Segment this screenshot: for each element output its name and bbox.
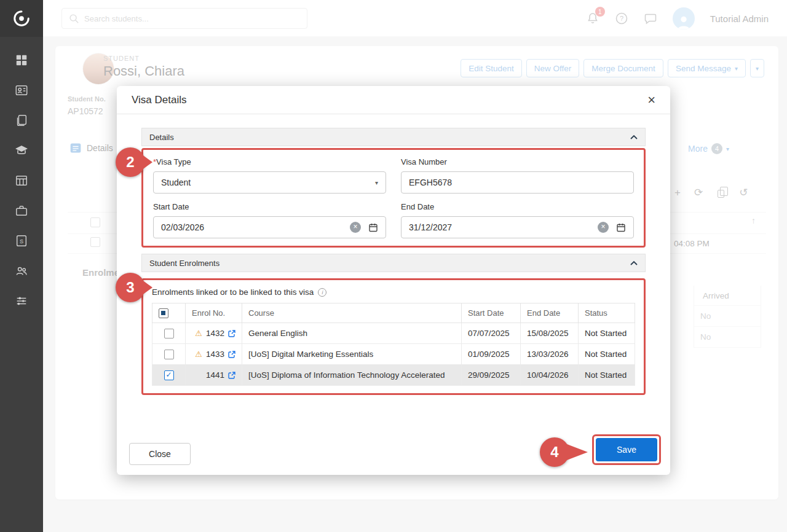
enrol-link[interactable]: ⚠1433 xyxy=(192,350,235,359)
visa-number-input[interactable] xyxy=(409,178,626,187)
cell-status: Not Started xyxy=(579,344,635,365)
date-picker-button[interactable] xyxy=(616,222,626,232)
calendar-icon xyxy=(616,222,626,232)
visa-type-select[interactable]: Student ▾ xyxy=(153,171,386,194)
calendar-icon xyxy=(368,222,378,232)
end-date-input[interactable] xyxy=(409,222,598,232)
clear-date-button[interactable]: × xyxy=(350,222,361,233)
enrolment-row[interactable]: ⚠1432 General English 07/07/2025 15/08/2… xyxy=(152,323,635,344)
screen: S 1 ? xyxy=(0,0,787,532)
cell-end-date: 15/08/2025 xyxy=(521,323,579,344)
modal-title: Visa Details xyxy=(132,94,186,106)
cell-course: [UoS] Digital Marketing Essentials xyxy=(242,344,462,365)
cell-course: General English xyxy=(242,323,462,344)
enrolments-caption: Enrolments linked or to be linked to thi… xyxy=(152,288,635,297)
annotation-box-step4: Save xyxy=(592,434,661,465)
end-date-field: End Date × xyxy=(401,202,634,238)
external-link-icon xyxy=(228,372,235,379)
chevron-up-icon xyxy=(630,260,638,265)
select-all-checkbox[interactable] xyxy=(159,308,168,318)
cell-status: Not Started xyxy=(579,365,635,386)
close-button[interactable]: Close xyxy=(129,443,191,465)
dashboard-icon xyxy=(15,53,28,67)
cell-end-date: 13/03/2026 xyxy=(521,344,579,365)
info-icon: i xyxy=(318,288,326,297)
row-checkbox[interactable] xyxy=(164,350,174,359)
column-header-course[interactable]: Course xyxy=(242,303,462,323)
date-picker-button[interactable] xyxy=(368,222,378,232)
visa-details-modal: Visa Details × Details *Visa Type Studen… xyxy=(117,86,670,475)
sidebar-item-settings[interactable] xyxy=(14,294,29,308)
annotation-step-2: 2 xyxy=(116,147,152,177)
save-button[interactable]: Save xyxy=(596,438,657,461)
column-header-start-date[interactable]: Start Date xyxy=(462,303,521,323)
modal-body: Details *Visa Type Student ▾ Visa Number xyxy=(117,114,670,395)
sidebar-item-documents[interactable] xyxy=(14,113,29,128)
warning-icon: ⚠ xyxy=(195,350,202,359)
graduation-cap-icon xyxy=(14,143,29,158)
visa-number-label: Visa Number xyxy=(401,157,634,166)
cell-status: Not Started xyxy=(579,323,635,344)
app-logo[interactable] xyxy=(0,0,43,37)
sidebar-item-courses[interactable] xyxy=(14,143,29,158)
enrolments-table: Enrol No. Course Start Date End Date Sta… xyxy=(152,303,635,386)
row-checkbox[interactable] xyxy=(164,329,174,338)
people-icon xyxy=(15,264,28,278)
annotation-arrow xyxy=(141,154,152,170)
svg-text:S: S xyxy=(20,238,23,244)
clear-date-button[interactable]: × xyxy=(598,222,609,233)
sidebar-item-subjects[interactable]: S xyxy=(14,233,29,248)
start-date-input[interactable] xyxy=(161,222,350,232)
column-header-end-date[interactable]: End Date xyxy=(521,303,579,323)
chevron-up-icon xyxy=(630,135,638,139)
annotation-arrow xyxy=(567,444,588,460)
enrolment-row[interactable]: ⚠1433 [UoS] Digital Marketing Essentials… xyxy=(152,344,635,365)
column-header-status[interactable]: Status xyxy=(579,303,635,323)
sliders-icon xyxy=(15,294,28,308)
sidebar-item-groups[interactable] xyxy=(14,264,29,278)
caret-down-icon: ▾ xyxy=(375,179,378,186)
cell-start-date: 01/09/2025 xyxy=(462,344,521,365)
sidebar-item-workspace[interactable] xyxy=(14,203,29,218)
warning-icon: ⚠ xyxy=(195,329,202,338)
cell-end-date: 10/04/2026 xyxy=(521,365,579,386)
external-link-icon xyxy=(228,351,235,358)
visa-type-field: *Visa Type Student ▾ xyxy=(153,157,386,194)
annotation-arrow xyxy=(141,280,152,295)
cell-course: [UoS] Diploma of Information Technology … xyxy=(242,365,462,386)
sidebar-item-contacts[interactable] xyxy=(14,83,29,98)
column-header-enrol-no[interactable]: Enrol No. xyxy=(186,303,242,323)
enrolment-row[interactable]: ⚠1441 [UoS] Diploma of Information Techn… xyxy=(152,365,635,386)
sidebar-item-tables[interactable] xyxy=(14,173,29,188)
modal-close-button[interactable]: × xyxy=(647,93,655,107)
visa-type-label: *Visa Type xyxy=(153,157,386,166)
briefcase-icon xyxy=(15,204,28,217)
table-icon xyxy=(15,174,28,187)
end-date-label: End Date xyxy=(401,202,634,211)
visa-number-field: Visa Number xyxy=(401,157,634,194)
enrol-link[interactable]: ⚠1432 xyxy=(192,329,235,338)
row-checkbox[interactable] xyxy=(164,370,174,380)
documents-icon xyxy=(15,114,28,127)
app-logo-icon xyxy=(12,9,31,28)
sidebar-nav: S xyxy=(0,37,43,308)
annotation-box-step3: Enrolments linked or to be linked to thi… xyxy=(141,278,646,395)
external-link-icon xyxy=(228,330,235,337)
start-date-label: Start Date xyxy=(153,202,386,211)
cell-start-date: 29/09/2025 xyxy=(462,365,521,386)
sidebar: S xyxy=(0,0,43,532)
modal-header: Visa Details × xyxy=(117,86,670,114)
start-date-field: Start Date × xyxy=(153,202,386,238)
enrol-link[interactable]: ⚠1441 xyxy=(192,370,235,380)
cell-start-date: 07/07/2025 xyxy=(462,323,521,344)
annotation-step-3: 3 xyxy=(116,273,152,302)
section-header-student-enrolments[interactable]: Student Enrolments xyxy=(141,254,646,272)
section-header-details[interactable]: Details xyxy=(141,128,646,146)
contact-card-icon xyxy=(15,84,28,97)
sidebar-item-dashboard[interactable] xyxy=(14,53,29,68)
annotation-box-step2: *Visa Type Student ▾ Visa Number Star xyxy=(141,148,646,248)
subjects-icon: S xyxy=(15,234,28,248)
annotation-step-4: 4 xyxy=(540,437,588,467)
